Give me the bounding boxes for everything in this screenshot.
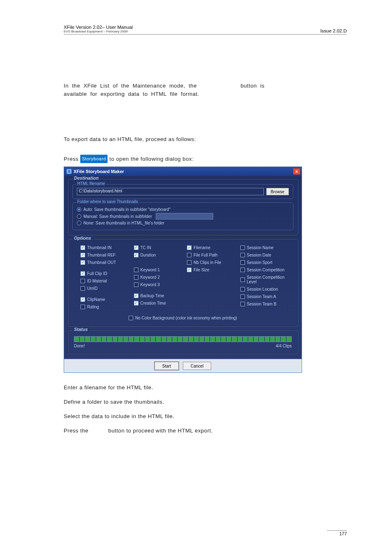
- radio-icon: [77, 221, 81, 225]
- radio-manual-label: Manual: Save thumbnails in subfolder: [83, 214, 152, 219]
- checkbox-icon: ✓: [81, 245, 85, 250]
- progress-bar: [74, 336, 292, 342]
- chk-session-name[interactable]: Session Name: [240, 245, 294, 250]
- radio-manual[interactable]: Manual: Save thumbnails in subfolder: [77, 213, 289, 220]
- radio-auto[interactable]: Auto: Save thumbnails in subfolder "stor…: [77, 207, 289, 212]
- chk-no-color-bg[interactable]: No Color Background (color ink economy w…: [129, 316, 237, 320]
- storyboard-badge: Storyboard: [80, 155, 108, 163]
- chk-session-sport[interactable]: Session Sport: [240, 260, 294, 265]
- dialog-titlebar: X XFile Storyboard Maker ×: [64, 167, 302, 176]
- chk-session-date[interactable]: Session Date: [240, 253, 294, 257]
- browse-button[interactable]: Browse: [266, 188, 289, 195]
- checkbox-icon: [81, 305, 85, 309]
- radio-none[interactable]: None: Save thumbnails in HTML_file's fol…: [77, 221, 289, 225]
- chk-id-material[interactable]: ID Material: [81, 279, 134, 283]
- checkbox-icon: [240, 245, 245, 250]
- chk-thumb-ref[interactable]: ✓Thumbnail REF: [81, 253, 134, 257]
- chk-session-team-b[interactable]: Session Team B: [240, 302, 294, 306]
- intro-text-a: In the XFile List of the Maintenance mod…: [64, 83, 197, 89]
- chk-clipname[interactable]: ✓ClipName: [81, 297, 134, 302]
- checkbox-icon: ✓: [134, 245, 138, 250]
- dialog-title: XFile Storyboard Maker: [74, 169, 124, 174]
- status-group: Status: [67, 330, 298, 354]
- chk-full-clip-id[interactable]: ✓Full Clip ID: [81, 271, 134, 276]
- chk-file-full-path[interactable]: File Full Path: [187, 253, 240, 257]
- header-issue: Issue 2.02.D: [320, 28, 347, 33]
- checkbox-icon: [240, 260, 245, 265]
- checkbox-icon: [134, 268, 138, 272]
- checkbox-icon: [129, 316, 133, 320]
- chk-session-comp-lvl[interactable]: Session Competition Level: [240, 275, 294, 284]
- checkbox-icon: [134, 282, 138, 287]
- header-subtitle: EVS Broadcast Equipment – February 2009: [64, 30, 133, 33]
- page-number: 177: [327, 530, 347, 536]
- manual-subfolder-input[interactable]: [156, 213, 213, 220]
- chk-kw2[interactable]: Keyword 2: [134, 275, 187, 280]
- radio-icon: [77, 207, 81, 212]
- destination-group: Destination HTML filename C:\Data\storyb…: [67, 178, 298, 235]
- checkbox-icon: ✓: [187, 245, 191, 250]
- step-select-data: Select the data to include in the HTML f…: [64, 413, 347, 419]
- chk-session-comp[interactable]: Session Competition: [240, 268, 294, 272]
- chk-session-team-a[interactable]: Session Team A: [240, 294, 294, 299]
- chk-thumb-in[interactable]: ✓Thumbnail IN: [81, 245, 134, 250]
- chk-kw3[interactable]: Keyword 3: [134, 282, 187, 287]
- status-done: Done!: [74, 344, 85, 348]
- page-header: XFile Version 2.02– User Manual EVS Broa…: [64, 25, 347, 35]
- start-button[interactable]: Start: [154, 362, 179, 370]
- step1-a: Press: [64, 156, 80, 162]
- cancel-button[interactable]: Cancel: [183, 362, 211, 370]
- checkbox-icon: ✓: [134, 253, 138, 257]
- checkbox-icon: ✓: [81, 297, 85, 302]
- chk-kw1[interactable]: Keyword 1: [134, 268, 187, 272]
- chk-session-loc[interactable]: Session Location: [240, 287, 294, 291]
- checkbox-icon: ✓: [187, 268, 191, 272]
- close-icon: ×: [295, 169, 298, 174]
- checkbox-icon: [240, 268, 245, 272]
- chk-filename[interactable]: ✓Filename: [187, 245, 240, 250]
- options-title: Options: [72, 236, 93, 240]
- html-filename-label: HTML filename: [76, 181, 106, 186]
- dialog-footer: Start Cancel: [64, 359, 302, 372]
- checkbox-icon: ✓: [134, 301, 138, 305]
- status-clips: 4/4 Clips: [276, 344, 292, 348]
- intro-text-2: available for exporting data to HTML fil…: [64, 91, 199, 97]
- chk-nb-clips[interactable]: Nb Clips in File: [187, 260, 240, 265]
- html-filename-input[interactable]: C:\Data\storyboard.html: [77, 188, 264, 195]
- chk-duration[interactable]: ✓Duration: [134, 253, 187, 257]
- radio-none-label: None: Save thumbnails in HTML_file's fol…: [83, 221, 164, 225]
- checkbox-icon: ✓: [134, 294, 138, 298]
- step-enter-filename: Enter a filename for the HTML file.: [64, 384, 347, 391]
- radio-icon: [77, 214, 81, 219]
- checkbox-icon: ✓: [81, 271, 85, 276]
- app-icon: X: [67, 169, 71, 174]
- close-button[interactable]: ×: [293, 168, 300, 175]
- step-press-b: button to proceed with the HTML export.: [108, 428, 213, 434]
- checkbox-icon: [240, 278, 245, 282]
- thumb-folder-label: Folder where to save Thumbnails: [76, 199, 139, 204]
- checkbox-icon: [134, 275, 138, 280]
- chk-file-size[interactable]: ✓File Size: [187, 268, 240, 272]
- checkbox-icon: [240, 253, 245, 257]
- intro-text-b: button is: [240, 83, 264, 89]
- step-1: Press Storyboard to open the following d…: [64, 155, 347, 163]
- checkbox-icon: ✓: [81, 253, 85, 257]
- checkbox-icon: [81, 279, 85, 283]
- checkbox-icon: [187, 253, 191, 257]
- step1-b: to open the following dialog box:: [108, 156, 194, 162]
- checkbox-icon: [240, 294, 245, 299]
- chk-rating[interactable]: Rating: [81, 305, 134, 309]
- intro-para: In the XFile List of the Maintenance mod…: [64, 82, 347, 98]
- chk-creation-time[interactable]: ✓Creation Time: [134, 301, 187, 305]
- chk-backup-time[interactable]: ✓Backup Time: [134, 294, 187, 298]
- checkbox-icon: [240, 302, 245, 306]
- header-title: XFile Version 2.02– User Manual: [64, 25, 133, 30]
- chk-umid[interactable]: UmID: [81, 286, 134, 291]
- chk-tc-in[interactable]: ✓TC IN: [134, 245, 187, 250]
- page-footer: 177: [327, 530, 347, 536]
- radio-auto-label: Auto: Save thumbnails in subfolder "stor…: [83, 207, 171, 212]
- checkbox-icon: [187, 260, 191, 265]
- chk-thumb-out[interactable]: ✓Thumbnail OUT: [81, 260, 134, 265]
- html-filename-subgroup: HTML filename C:\Data\storyboard.html Br…: [72, 184, 293, 199]
- options-group: Options ✓Thumbnail IN ✓Thumbnail REF ✓Th…: [67, 238, 298, 326]
